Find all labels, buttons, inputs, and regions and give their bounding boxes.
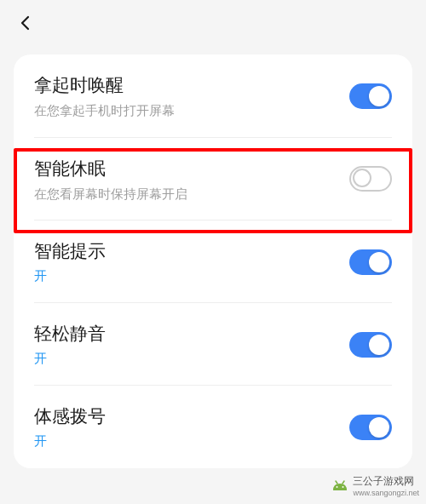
svg-line-3 [343,481,344,484]
setting-desc: 在您拿起手机时打开屏幕 [34,102,349,119]
watermark: 三公子游戏网 www.sangongzi.net [331,474,419,497]
setting-row-easy-mute[interactable]: 轻松静音 开 [14,303,412,386]
setting-row-smart-alert[interactable]: 智能提示 开 [14,220,412,303]
svg-line-2 [336,481,337,484]
toggle-knob [369,252,389,272]
setting-row-smart-stay[interactable]: 智能休眠 在您看屏幕时保持屏幕开启 [14,138,412,221]
setting-text: 智能休眠 在您看屏幕时保持屏幕开启 [34,157,349,203]
toggle-knob [369,335,389,355]
toggle-knob [353,169,371,187]
setting-title: 智能休眠 [34,157,349,180]
setting-row-direct-call[interactable]: 体感拨号 开 [14,386,412,468]
svg-point-1 [343,486,344,488]
chevron-left-icon [17,14,34,32]
toggle-direct-call[interactable] [349,415,392,440]
toggle-knob [369,86,389,106]
setting-text: 体感拨号 开 [34,404,349,450]
svg-point-0 [337,486,338,488]
setting-text: 拿起时唤醒 在您拿起手机时打开屏幕 [34,73,349,119]
toggle-smart-stay[interactable] [349,166,392,192]
watermark-text: 三公子游戏网 www.sangongzi.net [353,474,419,497]
setting-title: 拿起时唤醒 [34,73,349,97]
setting-title: 体感拨号 [34,404,349,428]
setting-text: 轻松静音 开 [34,322,349,367]
toggle-smart-alert[interactable] [349,249,392,275]
settings-card: 拿起时唤醒 在您拿起手机时打开屏幕 智能休眠 在您看屏幕时保持屏幕开启 智能提示… [14,54,412,468]
setting-desc: 在您看屏幕时保持屏幕开启 [34,186,349,203]
setting-text: 智能提示 开 [34,239,349,284]
setting-status: 开 [34,268,349,284]
setting-row-lift-to-wake[interactable]: 拿起时唤醒 在您拿起手机时打开屏幕 [14,54,412,138]
toggle-lift-to-wake[interactable] [349,83,392,109]
setting-status: 开 [34,433,349,450]
setting-title: 轻松静音 [34,322,349,346]
back-button[interactable] [15,13,36,33]
toggle-knob [369,417,389,438]
setting-title: 智能提示 [34,239,349,263]
toggle-easy-mute[interactable] [349,332,392,358]
android-icon [331,478,349,494]
setting-status: 开 [34,351,349,367]
header [0,0,426,46]
